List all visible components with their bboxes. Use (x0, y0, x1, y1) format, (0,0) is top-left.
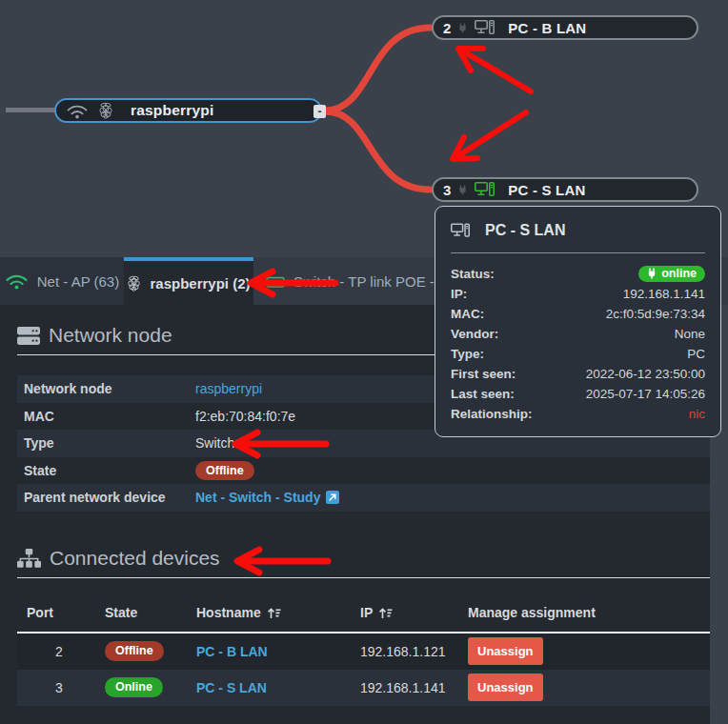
root-node-label: raspberrypi (131, 102, 214, 119)
table-row-port-2: 2 Offline PC - B LAN 192.168.1.121 Unass… (17, 633, 710, 670)
pc-node-label: PC - B LAN (508, 20, 586, 36)
connected-devices-section-header: Connected devices (17, 547, 710, 570)
detail-label: MAC (24, 409, 195, 424)
tooltip-row-relationship: Relationship: nic (451, 404, 705, 424)
plug-icon (647, 268, 657, 279)
tooltip-divider (451, 252, 705, 253)
table-header-row: Port State Hostname IP (17, 593, 710, 633)
pc-icon-online (475, 182, 495, 197)
col-header-port: Port (17, 593, 101, 633)
col-header-manage: Manage assignment (464, 593, 710, 633)
tooltip-row-status: Status: online (451, 264, 705, 284)
tab-raspberrypi-active[interactable]: raspberrypi (2) (124, 257, 253, 305)
raspberry-pi-icon (98, 102, 113, 119)
tab-net-ap[interactable]: Net - AP (63) (0, 257, 124, 305)
wifi-icon (5, 272, 29, 290)
section-title: Network node (49, 324, 172, 347)
tooltip-row-type: Type: PC (451, 344, 705, 364)
port-plug-icon (457, 185, 468, 195)
detail-label: State (24, 463, 195, 478)
ip-cell: 192.168.1.121 (356, 633, 464, 670)
external-link-icon[interactable] (326, 491, 339, 504)
pc-icon (451, 223, 470, 238)
ip-cell: 192.168.1.141 (356, 670, 464, 706)
section-divider (17, 577, 710, 578)
unassign-button[interactable]: Unassign (468, 637, 543, 665)
switch-icon (266, 274, 285, 289)
port-cell: 2 (17, 633, 101, 670)
unassign-button[interactable]: Unassign (468, 674, 543, 701)
detail-row-state: State Offline (17, 457, 710, 485)
col-header-state: State (101, 593, 192, 633)
sort-icon[interactable] (378, 607, 393, 619)
topology-node-pc-b-lan[interactable]: 2 PC - B LAN (432, 15, 698, 40)
col-header-ip[interactable]: IP (356, 593, 464, 633)
raspberry-pi-icon (127, 275, 141, 292)
tooltip-row-vendor: Vendor: None (451, 324, 705, 344)
tab-label: Net - AP (63) (37, 273, 119, 290)
type-value: Switch (195, 435, 234, 451)
parent-device-link[interactable]: Net - Switch - Study (195, 490, 320, 505)
network-node-link[interactable]: raspberrypi (195, 381, 262, 396)
tooltip-device-name: PC - S LAN (485, 222, 565, 239)
port-plug-icon (457, 23, 468, 33)
detail-label: Parent network device (24, 490, 195, 505)
detail-label: Network node (24, 381, 195, 396)
state-badge-offline: Offline (195, 461, 254, 480)
hostname-link[interactable]: PC - S LAN (196, 680, 267, 695)
device-tooltip-pc-s-lan: PC - S LAN Status: online IP: 192.168.1.… (435, 206, 721, 437)
detail-label: Type (24, 435, 195, 451)
mac-value: f2:eb:70:84:f0:7e (195, 409, 295, 424)
port-number: 2 (443, 20, 451, 36)
topology-node-pc-s-lan[interactable]: 3 PC - S LAN (432, 177, 698, 202)
sitemap-icon (17, 549, 41, 568)
section-title: Connected devices (50, 547, 220, 570)
server-icon (17, 326, 40, 346)
tooltip-title: PC - S LAN (451, 220, 705, 239)
port-cell: 3 (17, 670, 101, 706)
connected-devices-table: Port State Hostname IP (17, 593, 710, 706)
col-header-hostname[interactable]: Hostname (192, 593, 356, 633)
sort-icon[interactable] (267, 607, 281, 619)
detail-row-parent: Parent network device Net - Switch - Stu… (17, 484, 710, 512)
pc-icon (475, 20, 495, 35)
state-badge-offline: Offline (105, 641, 164, 660)
hostname-link[interactable]: PC - B LAN (196, 644, 268, 659)
state-badge-online: Online (105, 677, 163, 696)
tooltip-row-last-seen: Last seen: 2025-07-17 14:05:26 (451, 384, 705, 404)
wifi-icon (66, 103, 89, 119)
tab-label: raspberrypi (2) (150, 275, 250, 292)
network-device-page: raspberrypi - 2 PC - B LAN 3 (0, 0, 728, 724)
online-badge: online (638, 266, 705, 282)
tooltip-row-mac: MAC: 2c:f0:5d:9e:73:34 (451, 304, 705, 324)
tooltip-row-first-seen: First seen: 2022-06-12 23:50:00 (451, 364, 705, 384)
collapse-node-button[interactable]: - (313, 105, 326, 118)
table-row-port-3: 3 Online PC - S LAN 192.168.1.141 Unassi… (17, 670, 710, 706)
port-number: 3 (443, 182, 451, 198)
topology-node-raspberrypi[interactable]: raspberrypi - (54, 98, 322, 123)
pc-node-label: PC - S LAN (508, 182, 585, 198)
tooltip-row-ip: IP: 192.168.1.141 (451, 284, 705, 304)
